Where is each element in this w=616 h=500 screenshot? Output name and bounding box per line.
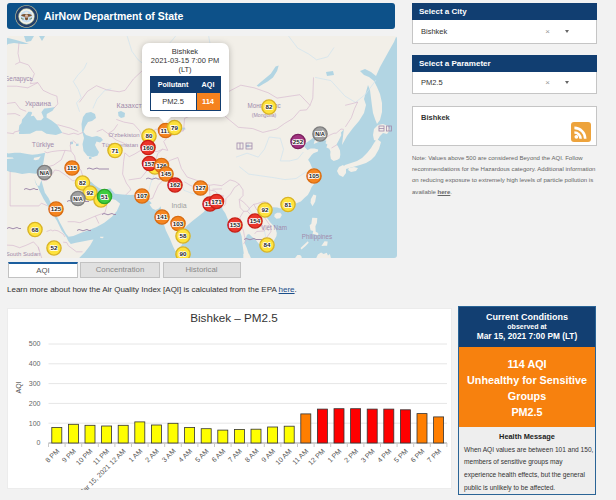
svg-text:125: 125 <box>51 205 62 212</box>
svg-text:7 PM: 7 PM <box>426 447 443 464</box>
svg-text:6 PM: 6 PM <box>409 447 426 464</box>
svg-text:107: 107 <box>137 192 148 199</box>
svg-text:6 AM: 6 AM <box>210 447 226 463</box>
svg-text:4 PM: 4 PM <box>376 447 393 464</box>
svg-text:52: 52 <box>51 244 58 251</box>
svg-text:O'zbekiston: O'zbekiston <box>108 132 139 138</box>
svg-text:115: 115 <box>67 164 78 171</box>
svg-text:145: 145 <box>161 170 172 177</box>
svg-text:AQI: AQI <box>15 381 23 393</box>
svg-text:84: 84 <box>264 241 271 248</box>
svg-text:81: 81 <box>285 201 292 208</box>
svg-text:5 PM: 5 PM <box>393 447 410 464</box>
svg-text:N/A: N/A <box>315 131 325 137</box>
svg-text:90: 90 <box>180 250 187 257</box>
svg-text:58: 58 <box>180 232 187 239</box>
svg-text:103: 103 <box>173 220 184 227</box>
svg-text:68: 68 <box>32 226 39 233</box>
svg-text:Украина: Украина <box>25 100 51 108</box>
svg-text:4 AM: 4 AM <box>177 447 193 463</box>
svg-text:India: India <box>171 202 186 209</box>
svg-text:80: 80 <box>146 132 153 139</box>
svg-text:82: 82 <box>79 179 86 186</box>
svg-text:141: 141 <box>157 213 168 220</box>
svg-text:500: 500 <box>29 340 41 347</box>
svg-text:153: 153 <box>230 221 241 228</box>
svg-text:South Sudan: South Sudan <box>7 251 40 257</box>
svg-text:Bishkek – PM2.5: Bishkek – PM2.5 <box>190 311 278 324</box>
svg-text:1 PM: 1 PM <box>326 447 343 464</box>
svg-text:10 AM: 10 AM <box>274 447 293 466</box>
svg-text:92: 92 <box>262 206 269 213</box>
svg-text:N/A: N/A <box>73 196 83 202</box>
svg-text:12 PM: 12 PM <box>307 447 326 466</box>
svg-text:105: 105 <box>309 172 320 179</box>
svg-text:400: 400 <box>29 360 41 367</box>
svg-text:3 AM: 3 AM <box>160 447 176 463</box>
svg-text:82: 82 <box>266 103 273 110</box>
svg-text:160: 160 <box>143 144 154 151</box>
svg-text:92: 92 <box>87 189 94 196</box>
svg-text:300: 300 <box>29 380 41 387</box>
svg-text:127: 127 <box>195 184 206 191</box>
svg-text:200: 200 <box>29 400 41 407</box>
svg-text:5 AM: 5 AM <box>194 447 210 463</box>
svg-text:100: 100 <box>29 420 41 427</box>
svg-text:162: 162 <box>170 181 181 188</box>
svg-text:N/A: N/A <box>40 170 50 176</box>
svg-text:71: 71 <box>112 147 119 154</box>
svg-text:154: 154 <box>250 217 261 224</box>
svg-text:0: 0 <box>37 439 41 446</box>
svg-text:Беларусь: Беларусь <box>7 75 33 83</box>
svg-text:Türkiye: Türkiye <box>32 141 55 149</box>
svg-text:3 PM: 3 PM <box>359 447 376 464</box>
svg-text:Việt Nam: Việt Nam <box>261 224 287 231</box>
svg-text:2 PM: 2 PM <box>343 447 360 464</box>
svg-text:10 PM: 10 PM <box>74 447 93 466</box>
svg-text:1 AM: 1 AM <box>127 447 143 463</box>
svg-text:157: 157 <box>144 160 155 167</box>
svg-text:7 AM: 7 AM <box>227 447 243 463</box>
svg-text:252: 252 <box>293 138 304 145</box>
svg-text:8 PM: 8 PM <box>44 447 61 464</box>
svg-text:51: 51 <box>101 193 108 200</box>
svg-text:11 AM: 11 AM <box>291 447 310 466</box>
svg-text:79: 79 <box>171 124 178 131</box>
svg-text:Philippines: Philippines <box>302 233 332 241</box>
svg-text:8 AM: 8 AM <box>243 447 259 463</box>
svg-text:171: 171 <box>211 198 222 205</box>
svg-text:2 AM: 2 AM <box>144 447 160 463</box>
